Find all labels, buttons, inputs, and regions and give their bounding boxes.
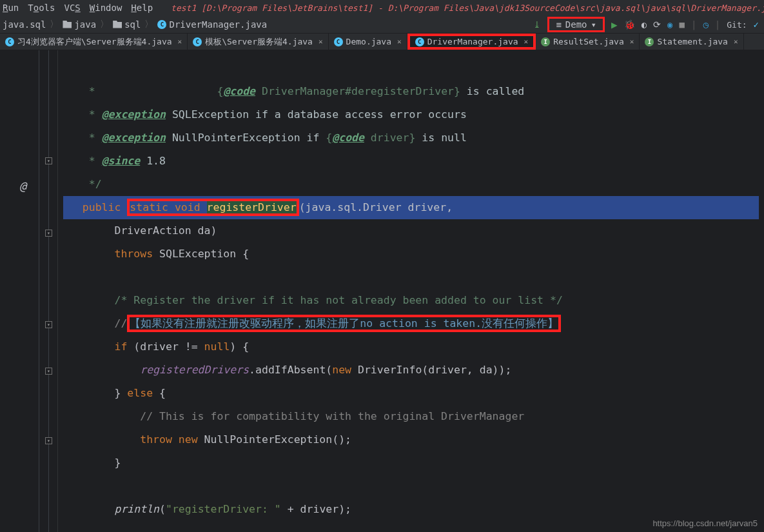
override-marker[interactable]: @ [19,179,26,193]
tab-statement[interactable]: IStatement.java✕ [640,34,743,50]
crumb-module[interactable]: java.sql [3,19,46,30]
close-icon[interactable]: ✕ [318,37,323,46]
run-config-selector[interactable]: ≡ Demo ▾ [547,17,605,32]
menu-run[interactable]: RRunun [3,3,19,13]
close-icon[interactable]: ✕ [630,37,634,46]
menu-tools[interactable]: Tools [28,3,55,13]
tab-server4b[interactable]: C模板\Server服务端4.java✕ [188,34,328,50]
class-icon: C [334,37,343,46]
folder-icon [113,21,122,28]
tab-resultset[interactable]: IResultSet.java✕ [536,34,640,50]
code-editor[interactable]: ▾ @ ▾ ▾ ▾ ▾ * {@code DriverManager#dereg… [0,50,764,532]
code-area[interactable]: * {@code DriverManager#deregisterDriver}… [58,50,764,532]
hamburger-icon: ≡ [556,19,561,30]
title-path: test1 [D:\Program Files\JetBrains\test1]… [171,3,764,13]
git-label: Git: [727,20,747,30]
close-icon[interactable]: ✕ [524,37,529,46]
attach-icon[interactable]: ◉ [667,19,672,30]
class-icon: C [415,37,424,46]
fold-marker[interactable]: ▾ [45,368,52,375]
tab-server4a[interactable]: C习4浏览器客户端\Server服务端4.java✕ [0,34,188,50]
run-button[interactable]: ▶ [611,19,618,31]
build-icon[interactable]: ⤓ [533,19,541,30]
fold-marker[interactable]: ▾ [45,230,52,237]
class-icon: C [193,37,202,46]
stop-button[interactable]: ■ [680,19,685,30]
tab-bar: C习4浏览器客户端\Server服务端4.java✕ C模板\Server服务端… [0,34,764,50]
fold-marker[interactable]: ▾ [45,321,52,328]
crumb-folder-java[interactable]: java [63,19,96,30]
class-icon: C [5,37,14,46]
fold-marker[interactable]: ▾ [45,157,52,164]
close-icon[interactable]: ✕ [178,37,182,46]
tab-drivermanager[interactable]: CDriverManager.java✕ [407,34,536,50]
gutter: ▾ @ ▾ ▾ ▾ ▾ [0,50,58,532]
debug-button[interactable]: 🐞 [624,19,635,30]
close-icon[interactable]: ✕ [734,37,738,46]
toolbar: ⤓ ≡ Demo ▾ ▶ 🐞 ◐ ⟳ ◉ ■ | ◷ | Git: ✓ [533,15,759,34]
class-icon: C [157,20,166,29]
menu-vcs[interactable]: VCS [64,3,80,13]
menu-bar: RRunun Tools VCS Window Help test1 [D:\P… [0,0,764,15]
interface-icon: I [541,37,550,46]
git-update-icon[interactable]: ✓ [754,19,759,30]
fold-marker[interactable]: ▾ [45,437,52,444]
menu-help[interactable]: Help [131,3,153,13]
dropdown-icon: ▾ [591,19,596,30]
folder-icon [63,21,72,28]
gauge-icon[interactable]: ◷ [703,19,708,30]
interface-icon: I [645,37,654,46]
coverage-icon[interactable]: ◐ [642,19,647,30]
crumb-folder-sql[interactable]: sql [113,19,141,30]
profiler-icon[interactable]: ⟳ [653,19,661,30]
tab-demo[interactable]: CDemo.java✕ [329,34,407,50]
watermark: https://blog.csdn.net/jarvan5 [652,518,758,528]
crumb-file[interactable]: CDriverManager.java [157,19,267,30]
menu-window[interactable]: Window [90,3,122,13]
close-icon[interactable]: ✕ [397,37,402,46]
